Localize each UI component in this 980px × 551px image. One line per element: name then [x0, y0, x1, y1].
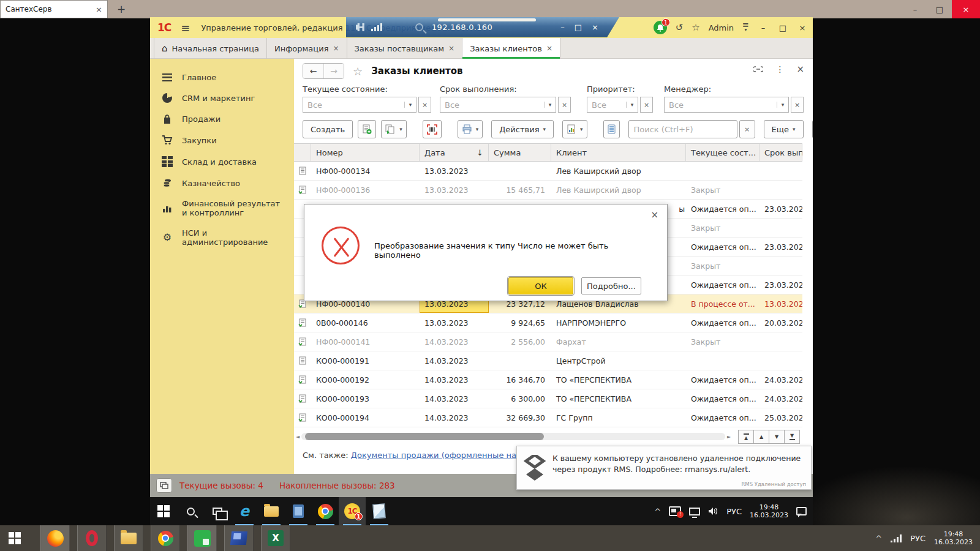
link-icon[interactable] — [753, 66, 763, 72]
host-start-button[interactable] — [0, 525, 29, 551]
notifications-icon[interactable]: 1 — [654, 21, 667, 34]
more-menu-icon[interactable]: ⋮ — [775, 64, 784, 74]
table-row[interactable]: НФ00-000141 14.03.2023 2 556,00 Фархат З… — [294, 332, 802, 351]
browser-maximize-button[interactable]: □ — [927, 0, 952, 18]
tab-close-icon[interactable]: × — [96, 5, 102, 14]
reports-button[interactable]: ▾ — [562, 120, 587, 138]
clear-search-icon[interactable]: × — [739, 120, 755, 138]
remote-language-indicator[interactable]: РУС — [726, 507, 742, 516]
rms-notification[interactable]: К вашему компьютеру установлено удаленно… — [516, 446, 812, 490]
host-chrome-button[interactable] — [151, 525, 180, 551]
favorite-star-icon[interactable]: ☆ — [353, 65, 363, 78]
remote-start-button[interactable] — [150, 497, 177, 525]
chevron-down-icon[interactable]: ▾ — [626, 102, 638, 108]
table-row[interactable]: НФ00-000136 13.03.2023 15 465,71 Лев Каш… — [294, 181, 802, 200]
remote-notepad-button[interactable] — [366, 497, 393, 525]
details-button[interactable]: Подробно... — [581, 277, 641, 294]
new-tab-button[interactable]: + — [114, 2, 129, 17]
rms-tray-icon[interactable]: ! — [669, 506, 681, 516]
app-restore-button[interactable]: □ — [777, 23, 788, 32]
tab-customer-orders[interactable]: Заказы клиентов × — [462, 38, 560, 59]
browser-close-button[interactable]: × — [952, 0, 980, 18]
column-client[interactable]: Клиент — [551, 144, 686, 161]
column-sum[interactable]: Сумма — [489, 144, 551, 161]
tab-close-icon[interactable]: × — [448, 44, 454, 53]
sidebar-item-sales[interactable]: Продажи — [150, 108, 294, 130]
table-row[interactable]: КО00-000194 14.03.2023 32 669,30 ГС Груп… — [294, 408, 802, 427]
host-excel-button[interactable]: X — [261, 525, 290, 551]
remote-chrome-button[interactable] — [312, 497, 339, 525]
chevron-down-icon[interactable]: ▾ — [404, 102, 416, 108]
host-remote-app-button[interactable] — [224, 525, 254, 551]
favorites-star-icon[interactable]: ☆ — [692, 22, 699, 33]
copy-document-button[interactable]: ▾ — [381, 120, 407, 138]
help-button[interactable]: ? — [812, 120, 813, 138]
more-button[interactable]: Еще ▾ — [764, 120, 804, 138]
remote-1c-button[interactable]: 1С1 — [339, 497, 366, 525]
go-down-button[interactable]: ▼ — [769, 430, 785, 444]
clear-filter-icon[interactable]: × — [558, 97, 571, 113]
sidebar-item-crm[interactable]: CRM и маркетинг — [150, 88, 294, 108]
tab-close-icon[interactable]: × — [546, 44, 552, 53]
sidebar-item-purchasing[interactable]: Закупки — [150, 130, 294, 151]
clear-filter-icon[interactable]: × — [791, 97, 804, 113]
create-new-doc-button[interactable] — [358, 120, 376, 138]
host-language-indicator[interactable]: РУС — [910, 534, 925, 543]
browser-tab[interactable]: СантехСерв × — [0, 0, 108, 18]
tab-home[interactable]: ⌂ Начальная страница — [154, 38, 267, 59]
table-row[interactable]: КО00-000192 14.03.2023 16 346,70 ТО «ПЕР… — [294, 370, 802, 389]
scrollbar-thumb[interactable] — [305, 433, 544, 440]
speaker-icon[interactable] — [708, 507, 718, 515]
remote-search-button[interactable] — [177, 497, 204, 525]
chevron-down-icon[interactable]: ▾ — [544, 102, 556, 108]
dialog-close-icon[interactable]: × — [650, 209, 658, 220]
create-button[interactable]: Создать — [303, 120, 353, 138]
back-button[interactable]: ← — [303, 64, 323, 78]
table-row[interactable]: КО00-000193 14.03.2023 6 300,00 ТО «ПЕРС… — [294, 389, 802, 408]
host-clock[interactable]: 19:48 16.03.2023 — [934, 530, 973, 546]
go-last-button[interactable]: ▼ — [784, 430, 800, 444]
remote-ie-button[interactable]: e — [231, 497, 258, 525]
clear-filter-icon[interactable]: × — [640, 97, 653, 113]
drag-handle[interactable] — [438, 18, 536, 21]
barcode-scan-button[interactable] — [423, 120, 442, 138]
hidden-icons-chevron[interactable]: ^ — [875, 534, 882, 543]
tab-close-icon[interactable]: × — [333, 44, 339, 53]
sidebar-item-main[interactable]: Главное — [150, 67, 294, 88]
go-first-button[interactable]: ▲ — [738, 430, 754, 444]
priority-combobox[interactable]: Все ▾ — [587, 97, 638, 113]
host-opera-button[interactable] — [77, 525, 107, 551]
go-up-button[interactable]: ▲ — [753, 430, 769, 444]
scroll-left-icon[interactable]: ◄ — [294, 434, 301, 440]
column-due[interactable]: Срок выпо — [760, 144, 802, 161]
table-row[interactable]: 0В00-000146 13.03.2023 9 924,65 НАРПРОМЭ… — [294, 313, 802, 332]
column-status[interactable]: Текущее сост... — [686, 144, 760, 161]
scroll-right-icon[interactable]: ► — [725, 434, 733, 440]
column-date[interactable]: Дата ↓ — [420, 144, 489, 161]
remote-taskview-button[interactable] — [204, 497, 231, 525]
horizontal-scrollbar[interactable]: ◄ ► — [294, 430, 733, 443]
form-close-icon[interactable]: × — [796, 64, 804, 75]
sidebar-item-finance[interactable]: Финансовый результат и контроллинг — [150, 193, 294, 223]
clear-filter-icon[interactable]: × — [418, 97, 431, 113]
signal-bars-icon[interactable] — [891, 534, 902, 542]
remote-server-app-button[interactable] — [285, 497, 312, 525]
list-settings-button[interactable] — [603, 120, 620, 138]
print-button[interactable]: ▾ — [458, 120, 483, 138]
calls-monitor-icon[interactable] — [156, 478, 172, 493]
remote-explorer-button[interactable] — [258, 497, 285, 525]
forward-button[interactable]: → — [323, 64, 344, 78]
column-number[interactable]: Номер — [311, 144, 420, 161]
app-minimize-button[interactable]: – — [758, 23, 769, 32]
history-icon[interactable]: ↺ — [676, 22, 684, 33]
table-row[interactable]: КО00-000191 14.03.2023 ЦентрСтрой — [294, 351, 802, 370]
sidebar-item-treasury[interactable]: Казначейство — [150, 173, 294, 193]
sidebar-item-admin[interactable]: ⚙ НСИ и администрирование — [150, 223, 294, 252]
service-menu-icon[interactable]: ≡ ▾ — [742, 23, 749, 32]
rms-connection-bar[interactable]: 192.168.0.160 – □ × — [346, 17, 619, 37]
hidden-icons-chevron[interactable]: ^ — [654, 507, 661, 516]
host-firefox-button[interactable] — [40, 525, 70, 551]
action-center-icon[interactable] — [796, 507, 807, 515]
actions-button[interactable]: Действия ▾ — [491, 120, 554, 138]
current-state-combobox[interactable]: Все ▾ — [303, 97, 417, 113]
